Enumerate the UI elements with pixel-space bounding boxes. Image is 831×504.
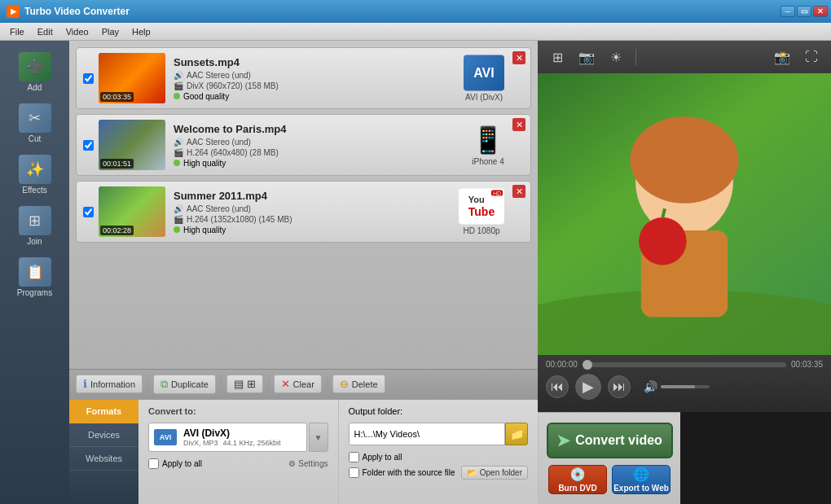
menu-play[interactable]: Play — [95, 25, 125, 38]
preview-panel: ⊞ 📷 ☀ 📸 ⛶ — [538, 41, 831, 504]
apply-all-output-checkbox[interactable] — [349, 452, 359, 462]
avi-badge: AVI — [464, 55, 504, 91]
sidebar-cut[interactable]: ✂ Cut — [6, 99, 64, 148]
sidebar-join[interactable]: ⊞ Join — [6, 201, 64, 251]
effects-icon: ✨ — [19, 155, 51, 184]
minimize-button[interactable]: ─ — [780, 6, 795, 17]
menu-edit[interactable]: Edit — [31, 25, 59, 38]
progress-thumb — [583, 360, 592, 370]
delete-button[interactable]: ⊖ Delete — [332, 375, 385, 393]
menu-file[interactable]: File — [3, 25, 31, 38]
tab-formats[interactable]: Formats — [69, 400, 138, 423]
playback-controls: ⏮ ▶ ⏭ — [546, 374, 631, 400]
file-format-2[interactable]: 📱 iPhone 4 — [472, 125, 504, 166]
file-thumb-3: 00:02:28 — [99, 186, 165, 237]
tab-websites[interactable]: Websites — [69, 447, 138, 471]
quality-dot-2 — [174, 160, 180, 166]
volume-slider[interactable] — [661, 385, 710, 388]
file-format-3[interactable]: HD YouTube HD 1080p — [459, 189, 504, 235]
rewind-button[interactable]: ⏮ — [546, 375, 569, 398]
audio-icon-3: 🔊 — [174, 204, 183, 213]
folder-path-input[interactable] — [349, 423, 506, 445]
crop-tool-button[interactable]: ⊞ — [546, 46, 569, 68]
export-web-button[interactable]: 🌐 Export to Web — [612, 465, 671, 494]
fullscreen-button[interactable]: ⛶ — [800, 46, 823, 68]
audio-icon-1: 🔊 — [174, 71, 183, 80]
content-area: 00:03:35 Sunsets.mp4 🔊 AAC Stereo (und) … — [69, 41, 538, 504]
apply-all-row: Apply to all — [148, 458, 202, 469]
file-list: 00:03:35 Sunsets.mp4 🔊 AAC Stereo (und) … — [69, 41, 538, 369]
apply-all-checkbox[interactable] — [148, 458, 159, 469]
settings-button[interactable]: ⚙ Settings — [288, 459, 328, 468]
file-toolbar: ℹ Information ⧉ Duplicate ▤ ⊞ ✕ Clear ⊖ … — [69, 369, 538, 398]
programs-icon: 📋 — [19, 257, 51, 287]
restore-button[interactable]: ▭ — [797, 6, 811, 17]
close-file-3[interactable]: ✕ — [512, 185, 525, 198]
browse-folder-button[interactable]: 📁 — [505, 423, 528, 445]
fast-forward-button[interactable]: ⏭ — [608, 375, 631, 398]
info-button[interactable]: ℹ Information — [76, 375, 143, 393]
window-controls: ─ ▭ ✕ — [780, 6, 828, 17]
burn-icon: 💿 — [569, 467, 586, 482]
source-folder-checkbox[interactable] — [349, 467, 359, 478]
menu-help[interactable]: Help — [125, 25, 157, 38]
sidebar: ➕ Add ✂ Cut ✨ Effects ⊞ Join 📋 Programs — [0, 41, 69, 504]
convert-panel: ➤ Convert video 💿 Burn DVD 🌐 Export to W… — [538, 412, 680, 504]
close-file-1[interactable]: ✕ — [512, 51, 525, 64]
info-icon: ℹ — [83, 378, 87, 390]
file-checkbox-3[interactable] — [83, 207, 94, 217]
open-folder-button[interactable]: 📂 Open folder — [461, 466, 528, 480]
open-folder-icon: 📂 — [467, 468, 477, 477]
toolbar-sep-3 — [268, 375, 269, 393]
total-time: 00:03:35 — [791, 360, 823, 369]
menu-video[interactable]: Video — [59, 25, 95, 38]
convert-format-dropdown[interactable]: ▼ — [309, 423, 328, 452]
youtube-badge: HD YouTube — [459, 189, 504, 225]
toolbar-sep-4 — [327, 375, 328, 393]
add-icon: ➕ — [19, 52, 51, 81]
convert-video-button[interactable]: ➤ Convert video — [547, 423, 673, 458]
export-icon: 🌐 — [633, 467, 649, 482]
volume-control: 🔊 — [644, 380, 710, 393]
clear-button[interactable]: ✕ Clear — [274, 375, 322, 393]
file-time-2: 00:01:51 — [100, 159, 134, 169]
close-button[interactable]: ✕ — [813, 6, 828, 17]
screenshot-button[interactable]: 📸 — [771, 46, 794, 68]
file-checkbox-1[interactable] — [83, 73, 94, 84]
bottom-action-buttons: 💿 Burn DVD 🌐 Export to Web — [548, 465, 671, 494]
app-title: Turbo Video Converter — [24, 6, 130, 17]
progress-bar[interactable] — [583, 362, 786, 367]
camera-tool-button[interactable]: 📷 — [575, 46, 598, 68]
duplicate-button[interactable]: ⧉ Duplicate — [153, 375, 216, 394]
file-thumb-2: 00:01:51 — [99, 120, 165, 170]
video-preview-image — [538, 73, 831, 355]
folder-input-row: 📁 — [349, 423, 529, 445]
sidebar-add[interactable]: ➕ Add — [6, 47, 64, 97]
delete-icon: ⊖ — [340, 378, 349, 390]
tab-devices[interactable]: Devices — [69, 423, 138, 447]
main-area: ➕ Add ✂ Cut ✨ Effects ⊞ Join 📋 Programs — [0, 41, 831, 504]
sidebar-effects[interactable]: ✨ Effects — [6, 150, 64, 199]
file-item-3: 00:02:28 Summer 2011.mp4 🔊 AAC Stereo (u… — [76, 181, 531, 243]
volume-icon: 🔊 — [644, 380, 657, 393]
apply-all-output-row: Apply to all — [349, 452, 529, 462]
current-time: 00:00:00 — [546, 360, 578, 369]
brightness-tool-button[interactable]: ☀ — [605, 46, 627, 68]
file-checkbox-2[interactable] — [83, 140, 94, 151]
audio-icon-2: 🔊 — [174, 138, 183, 147]
file-format-1[interactable]: AVI AVI (DivX) — [464, 55, 504, 102]
play-button[interactable]: ▶ — [575, 374, 601, 400]
duplicate-icon: ⧉ — [160, 378, 168, 391]
burn-dvd-button[interactable]: 💿 Burn DVD — [548, 465, 607, 494]
file-time-1: 00:03:35 — [100, 92, 134, 102]
close-file-2[interactable]: ✕ — [512, 118, 525, 131]
view-toggle-button[interactable]: ▤ ⊞ — [226, 375, 263, 393]
avi-small-icon: AVI — [154, 429, 177, 445]
gear-icon: ⚙ — [288, 459, 296, 468]
sidebar-programs[interactable]: 📋 Programs — [6, 252, 64, 302]
output-folder-label: Output folder: — [349, 406, 529, 416]
format-tabs: Formats Devices Websites — [69, 400, 138, 504]
convert-to-label: Convert to: — [148, 406, 328, 416]
convert-format-select[interactable]: AVI AVI (DivX) DivX, MP3 44.1 KHz, 256kb… — [148, 423, 307, 452]
svg-point-3 — [630, 116, 738, 203]
